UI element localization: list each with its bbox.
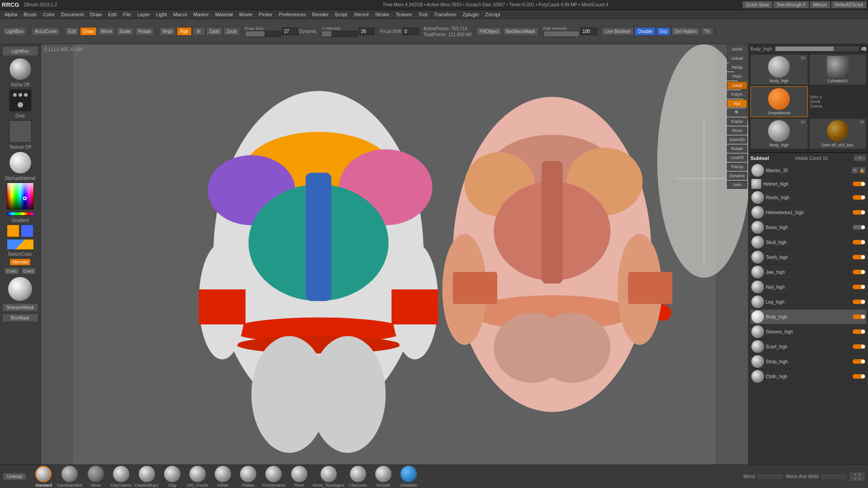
background-color[interactable] — [21, 225, 33, 237]
tool-body-high-2[interactable]: 52 Body_high — [750, 118, 808, 149]
edit-button[interactable]: Edit — [65, 27, 79, 36]
helmetextra-toggle[interactable] — [853, 210, 865, 215]
menu-stroke[interactable]: Stroke — [372, 11, 392, 18]
mirror-slider[interactable] — [757, 474, 784, 480]
helmet-toggle[interactable] — [853, 182, 865, 186]
texture-swatch[interactable] — [9, 120, 32, 143]
frame-button[interactable]: Frame — [727, 117, 747, 126]
mrgb-button[interactable]: Mrgb — [159, 27, 176, 36]
rotate-3d-button[interactable]: Rotate — [727, 145, 747, 153]
brush-clip-curve[interactable]: ClipCurve — [346, 466, 370, 488]
switch-color-button[interactable] — [7, 239, 34, 250]
mirror-weld-slider[interactable] — [820, 474, 847, 480]
subtool-strap[interactable]: Strap_high — [750, 354, 866, 369]
trr-button[interactable]: Trr — [701, 27, 713, 36]
menus-button[interactable]: Menus — [810, 1, 830, 8]
alternate-button[interactable]: Alternate — [9, 258, 30, 266]
brush-trim-dynamic[interactable]: TrimDynamic — [262, 466, 286, 488]
menu-zplugin[interactable]: Zplugin — [460, 11, 481, 18]
brush-inflate[interactable]: Inflate — [211, 466, 235, 488]
dots-preview[interactable] — [9, 89, 32, 112]
subtool-warrior[interactable]: Warrior_30 👁 🔒 — [750, 163, 866, 178]
rgb-intensity-slider[interactable] — [543, 31, 580, 37]
rgb-button[interactable]: Rgb — [177, 27, 191, 36]
solo-button[interactable]: Solo — [727, 181, 747, 189]
quick-save-button[interactable]: Quick Save — [743, 1, 772, 8]
subtool-add-button[interactable]: + — [854, 155, 866, 161]
warrior-lock-icon[interactable]: 🔒 — [859, 167, 865, 174]
zadd-button[interactable]: Zadd — [206, 27, 223, 36]
menu-draw[interactable]: Draw — [87, 11, 104, 18]
brush-smooth[interactable]: Smooth — [372, 466, 395, 488]
z-intensity-slider[interactable] — [321, 31, 358, 37]
foreground-color[interactable] — [7, 225, 19, 237]
jaw-toggle[interactable] — [853, 270, 865, 274]
teeth-toggle[interactable] — [853, 255, 865, 259]
subtool-body[interactable]: Body_high — [750, 310, 866, 324]
menu-script[interactable]: Script — [332, 11, 350, 18]
zsub-button[interactable]: Zsub — [223, 27, 240, 36]
color-gradient-bar[interactable] — [7, 212, 34, 216]
sleeves-toggle[interactable] — [853, 329, 865, 334]
subtool-nail[interactable]: Nail_high — [750, 280, 866, 295]
skull-toggle[interactable] — [853, 240, 865, 244]
draw-size-val[interactable]: 27 — [282, 28, 298, 35]
menu-layer[interactable]: Layer — [135, 11, 153, 18]
fill-object-button[interactable]: FillObject — [476, 27, 502, 36]
menu-preferences[interactable]: Preferences — [276, 11, 308, 18]
subtool-skull[interactable]: Skull_high — [750, 235, 866, 250]
cust2-button[interactable]: Cust2 — [21, 267, 37, 275]
brush-clay-buildup[interactable]: ClayBuildup1 — [135, 466, 159, 488]
menu-transform[interactable]: Transform — [431, 11, 459, 18]
subtool-jaw[interactable]: Jaw_high — [750, 265, 866, 280]
menu-picker[interactable]: Picker — [256, 11, 275, 18]
material-sphere[interactable] — [9, 151, 32, 174]
draw-size-slider[interactable] — [245, 31, 281, 37]
line-fill-button[interactable]: LineFill — [727, 154, 747, 162]
menu-material[interactable]: Material — [212, 11, 236, 18]
menu-zscript[interactable]: Zscript — [482, 11, 503, 18]
nail-toggle[interactable] — [853, 285, 865, 289]
brush-move[interactable]: Move — [84, 466, 108, 488]
floor-button[interactable]: Floor — [727, 72, 747, 80]
menu-movie[interactable]: Movie — [236, 11, 255, 18]
menu-brush[interactable]: Brush — [21, 11, 39, 18]
rotate-button[interactable]: Rotate — [135, 27, 154, 36]
menu-light[interactable]: Light — [153, 11, 170, 18]
menu-macro[interactable]: Macro — [170, 11, 190, 18]
lightbox-button[interactable]: LightBox — [3, 27, 27, 36]
brush-orb-cracks[interactable]: Orb_Cracks — [186, 466, 209, 488]
xyz-button[interactable]: Xyz — [727, 99, 747, 108]
brush-clay[interactable]: Clay — [160, 466, 184, 488]
unwrap-button[interactable]: Unwrap — [3, 473, 26, 480]
subtool-teeth[interactable]: Teeth_high — [750, 250, 866, 265]
lightbox-area[interactable]: LightBox — [2, 46, 38, 56]
live-boolean-button[interactable]: Live Boolean — [602, 27, 634, 36]
default-zscript-button[interactable]: DefaultZScript — [831, 1, 866, 8]
brush-standard[interactable]: Standard — [32, 466, 55, 488]
menu-alpha[interactable]: Alpha — [2, 11, 20, 18]
subtool-bows[interactable]: Bows_high — [750, 220, 866, 235]
brush-zmodeler[interactable]: ZModeler — [397, 466, 420, 488]
move-button[interactable]: Move — [98, 27, 115, 36]
expand-button[interactable]: ⛶ — [849, 472, 865, 482]
accu-curve-button[interactable]: AccuCurve — [32, 27, 60, 36]
subtool-cloth[interactable]: Cloth_high — [750, 369, 866, 384]
move-3d-button[interactable]: Move — [727, 127, 747, 135]
subtool-sleeves[interactable]: Sleeves_high — [750, 324, 866, 339]
warrior-vis-icon[interactable]: 👁 — [852, 167, 858, 174]
polyfr-button[interactable]: PolyFr — [727, 90, 747, 99]
focal-shift-val[interactable]: 0 — [402, 28, 419, 35]
scroll-button[interactable]: Scroll — [727, 45, 747, 53]
brush-flatten[interactable]: Flatten — [236, 466, 260, 488]
menu-file[interactable]: File — [120, 11, 134, 18]
leg-toggle[interactable] — [853, 300, 865, 304]
transp-button[interactable]: Transp — [727, 163, 747, 171]
z-intensity-val[interactable]: 26 — [359, 28, 375, 35]
zoom3d-button[interactable]: Zoom3D — [727, 136, 747, 144]
tool-cylinder[interactable]: CylinderD3 — [809, 54, 867, 85]
actual-button[interactable]: Actual — [727, 54, 747, 62]
body-toggle[interactable] — [853, 314, 865, 319]
backface-mask-button[interactable]: BackfaceMask — [503, 27, 538, 36]
brush-move-topologice[interactable]: Move_Topologice — [313, 466, 344, 488]
